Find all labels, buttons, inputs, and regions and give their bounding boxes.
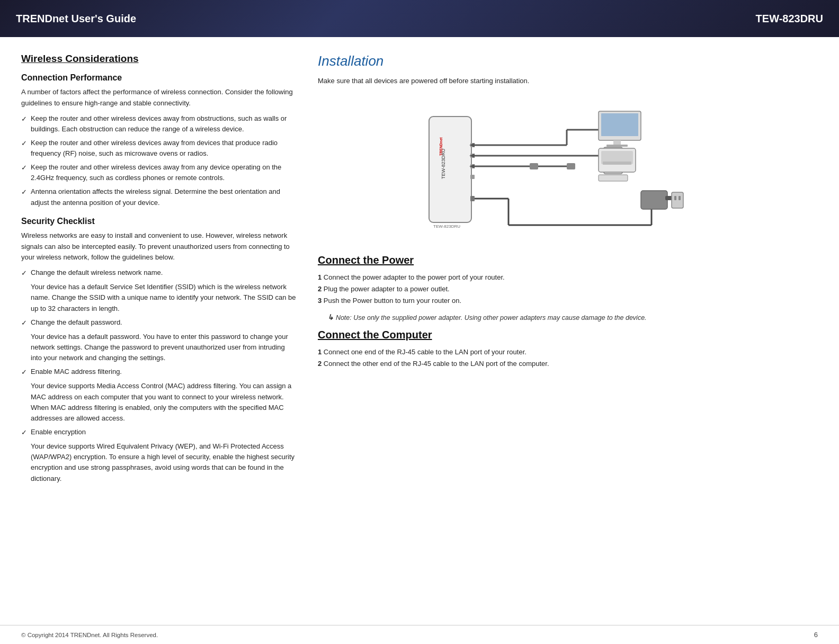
checkmark: ✓ <box>21 366 31 378</box>
connect-computer-title: Connect the Computer <box>318 329 795 341</box>
step-item: 2 Plug the power adapter to a power outl… <box>318 283 795 295</box>
security-checklist-heading: Security Checklist <box>21 217 297 226</box>
list-item: ✓Enable encryption <box>21 427 297 438</box>
svg-rect-25 <box>613 140 621 145</box>
item-sub-text: Your device has a default password. You … <box>31 332 297 363</box>
guide-title: TRENDnet User's Guide <box>16 13 136 25</box>
step-num: 2 <box>318 360 322 368</box>
svg-rect-36 <box>672 192 683 208</box>
item-text: Keep the router and other wireless devic… <box>31 113 297 135</box>
main-content: Wireless Considerations Connection Perfo… <box>0 37 839 503</box>
wireless-considerations-title: Wireless Considerations <box>21 53 297 65</box>
item-sub-text: Your device supports Wired Equivalent Pr… <box>31 441 297 484</box>
page-header: TRENDnet User's Guide TEW-823DRU <box>0 0 839 37</box>
item-text: Keep the router and other wireless devic… <box>31 138 297 159</box>
step-num: 3 <box>318 297 322 305</box>
svg-rect-0 <box>429 117 471 222</box>
connection-performance-list: ✓Keep the router and other wireless devi… <box>21 113 297 208</box>
step-item: 1 Connect the power adapter to the power… <box>318 272 795 283</box>
connect-power-title: Connect the Power <box>318 254 795 266</box>
checkmark: ✓ <box>21 317 31 328</box>
svg-rect-33 <box>603 162 631 165</box>
power-steps: 1 Connect the power adapter to the power… <box>318 272 795 307</box>
list-item: ✓Keep the router and other wireless devi… <box>21 113 297 135</box>
installation-intro: Make sure that all devices are powered o… <box>318 76 795 87</box>
svg-rect-38 <box>679 196 681 200</box>
svg-text:TEW-823DRU: TEW-823DRU <box>433 224 460 229</box>
item-sub-text: Your device supports Media Access Contro… <box>31 381 297 424</box>
svg-rect-7 <box>470 196 475 201</box>
list-item: ✓Keep the router and other wireless devi… <box>21 162 297 183</box>
computer-steps: 1 Connect one end of the RJ-45 cable to … <box>318 346 795 370</box>
svg-rect-17 <box>567 163 575 169</box>
security-checklist-list: ✓Change the default wireless network nam… <box>21 267 297 484</box>
svg-rect-30 <box>599 175 628 181</box>
svg-rect-6 <box>470 175 475 179</box>
list-item: ✓Keep the router and other wireless devi… <box>21 138 297 159</box>
copyright: © Copyright 2014 TRENDnet. All Rights Re… <box>21 632 158 638</box>
step-item: 1 Connect one end of the RJ-45 cable to … <box>318 346 795 358</box>
model-number: TEW-823DRU <box>756 13 823 25</box>
connection-performance-intro: A number of factors affect the performan… <box>21 87 297 109</box>
diagram-svg: TEW-823DRU TRENDnet <box>403 101 710 238</box>
item-sub-text: Your device has a default Service Set Id… <box>31 282 297 314</box>
svg-text:TRENDnet: TRENDnet <box>439 137 443 156</box>
svg-rect-37 <box>674 196 676 200</box>
left-column: Wireless Considerations Connection Perfo… <box>21 53 297 487</box>
svg-rect-15 <box>530 163 538 169</box>
power-note: ↳ Note: Use only the supplied power adap… <box>327 312 795 324</box>
svg-rect-26 <box>606 145 628 147</box>
list-item: ✓Change the default password. <box>21 317 297 328</box>
item-text: Enable MAC address filtering. <box>31 366 122 378</box>
list-item: ✓Enable MAC address filtering. <box>21 366 297 378</box>
page-footer: © Copyright 2014 TRENDnet. All Rights Re… <box>0 625 839 644</box>
step-item: 2 Connect the other end of the RJ-45 cab… <box>318 358 795 370</box>
checkmark: ✓ <box>21 162 31 183</box>
step-num: 2 <box>318 285 322 293</box>
item-text: Antenna orientation affects the wireless… <box>31 186 297 208</box>
svg-rect-24 <box>601 113 638 136</box>
checkmark: ✓ <box>21 113 31 135</box>
item-text: Enable encryption <box>31 427 86 438</box>
connection-performance-heading: Connection Performance <box>21 73 297 83</box>
item-text: Change the default password. <box>31 317 122 328</box>
list-item: ✓Change the default wireless network nam… <box>21 267 297 279</box>
router-diagram: TEW-823DRU TRENDnet <box>318 95 795 244</box>
checkmark: ✓ <box>21 267 31 279</box>
security-checklist-intro: Wireless networks are easy to install an… <box>21 230 297 263</box>
checkmark: ✓ <box>21 186 31 208</box>
page-number: 6 <box>814 631 818 639</box>
checkmark: ✓ <box>21 138 31 159</box>
item-text: Change the default wireless network name… <box>31 267 163 279</box>
step-num: 1 <box>318 348 322 356</box>
item-text: Keep the router and other wireless devic… <box>31 162 297 183</box>
step-item: 3 Push the Power button to turn your rou… <box>318 295 795 307</box>
installation-title: Installation <box>318 53 795 69</box>
right-column: Installation Make sure that all devices … <box>318 53 795 487</box>
step-num: 1 <box>318 273 322 281</box>
checkmark: ✓ <box>21 427 31 438</box>
list-item: ✓Antenna orientation affects the wireles… <box>21 186 297 208</box>
svg-rect-34 <box>641 191 667 209</box>
